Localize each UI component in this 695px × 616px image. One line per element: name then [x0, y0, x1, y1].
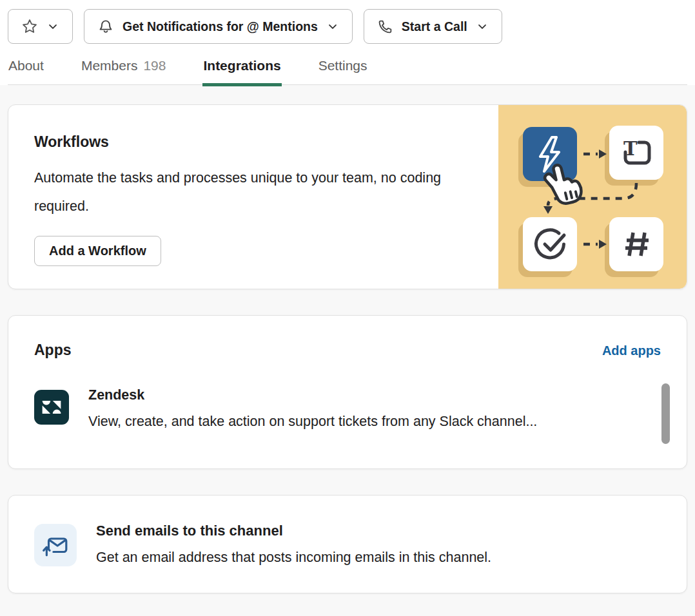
app-description: View, create, and take action on support… [88, 407, 537, 436]
workflow-trigger-tile [523, 127, 577, 181]
members-count: 198 [143, 58, 166, 73]
apps-list: Zendesk View, create, and take action on… [34, 381, 661, 449]
text-frame-icon: T [609, 126, 663, 180]
tab-members-label: Members [81, 58, 138, 73]
tab-settings-label: Settings [318, 58, 367, 73]
workflow-channel-tile [609, 217, 663, 271]
apps-card-header: Apps Add apps [34, 342, 661, 359]
add-workflow-button[interactable]: Add a Workflow [34, 236, 161, 266]
phone-icon [377, 19, 393, 35]
incoming-email-icon [42, 532, 69, 558]
tab-integrations[interactable]: Integrations [202, 58, 281, 84]
list-item-zendesk[interactable]: Zendesk View, create, and take action on… [34, 381, 661, 436]
tab-about-label: About [8, 58, 44, 73]
start-call-button[interactable]: Start a Call [364, 9, 502, 44]
chevron-down-icon [46, 20, 59, 33]
apps-scrollbar[interactable] [661, 383, 670, 444]
email-icon-tile [34, 524, 77, 566]
email-text-block: Send emails to this channel Get an email… [96, 523, 491, 593]
lightning-bolt-icon [523, 127, 577, 181]
chevron-down-icon [476, 20, 489, 33]
channel-tabs: About Members198 Integrations Settings [8, 58, 687, 85]
get-notifications-button[interactable]: Get Notifications for @ Mentions [84, 9, 353, 44]
bell-icon [97, 18, 114, 35]
email-card-title: Send emails to this channel [96, 523, 491, 539]
email-card-description: Get an email address that posts incoming… [96, 544, 491, 570]
get-notifications-label: Get Notifications for @ Mentions [122, 19, 318, 34]
start-call-label: Start a Call [402, 19, 467, 34]
header-button-row: Get Notifications for @ Mentions Start a… [8, 9, 687, 44]
star-channel-button[interactable] [8, 9, 73, 44]
apps-title: Apps [34, 342, 72, 359]
app-name: Zendesk [88, 381, 537, 403]
chevron-down-icon [326, 20, 339, 33]
workflows-title: Workflows [34, 133, 479, 151]
zendesk-logo-icon [40, 396, 63, 419]
star-icon [21, 18, 38, 35]
tab-members[interactable]: Members198 [81, 58, 167, 84]
workflow-approval-tile [523, 217, 577, 271]
zendesk-text-block: Zendesk View, create, and take action on… [88, 381, 537, 436]
workflows-illustration: T [498, 105, 687, 289]
workflows-text-block: Workflows Automate the tasks and process… [34, 133, 479, 266]
workflows-description: Automate the tasks and processes unique … [34, 164, 479, 220]
svg-text:T: T [623, 138, 638, 160]
integrations-panel: Workflows Automate the tasks and process… [0, 85, 695, 593]
tab-integrations-label: Integrations [203, 58, 280, 73]
workflows-card: Workflows Automate the tasks and process… [8, 104, 687, 289]
tab-about[interactable]: About [8, 58, 44, 84]
zendesk-app-icon [34, 390, 69, 425]
workflow-form-tile: T [609, 126, 663, 180]
hashtag-icon [609, 217, 663, 271]
channel-details-header: Get Notifications for @ Mentions Start a… [0, 0, 695, 85]
send-emails-card[interactable]: Send emails to this channel Get an email… [8, 495, 687, 593]
check-circle-icon [523, 217, 577, 271]
apps-card: Apps Add apps Zendesk View, create, and … [8, 315, 687, 469]
tab-settings[interactable]: Settings [318, 58, 368, 84]
add-apps-link[interactable]: Add apps [602, 343, 661, 358]
